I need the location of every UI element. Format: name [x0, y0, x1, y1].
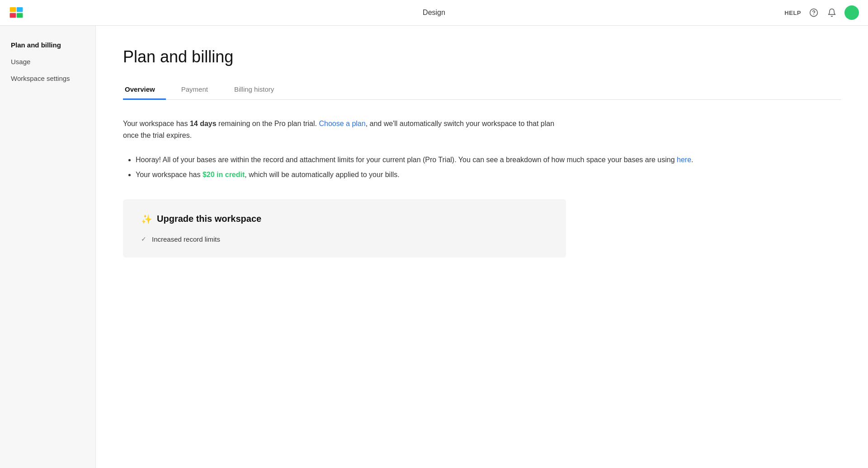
trial-info-text: Your workspace has 14 days remaining on … — [123, 118, 566, 141]
tab-payment[interactable]: Payment — [179, 81, 219, 100]
bullet-2-prefix: Your workspace has — [136, 171, 203, 178]
bullet-credit: Your workspace has $20 in credit, which … — [136, 168, 841, 181]
info-middle: remaining on the Pro plan trial. — [217, 120, 319, 127]
upgrade-title-text: Upgrade this workspace — [157, 214, 261, 224]
sparkle-icon: ✨ — [141, 214, 152, 225]
airtable-logo-icon — [9, 5, 24, 20]
sidebar-item-plan-billing[interactable]: Plan and billing — [0, 37, 95, 53]
days-remaining: 14 days — [190, 120, 217, 127]
feature-list: Hooray! All of your bases are within the… — [123, 154, 841, 181]
main-layout: Plan and billing Usage Workspace setting… — [0, 26, 868, 468]
upgrade-box: ✨ Upgrade this workspace ✓ Increased rec… — [123, 199, 566, 257]
svg-rect-3 — [17, 13, 23, 18]
nav-right: HELP — [784, 5, 859, 20]
logo[interactable]: Airtable — [9, 5, 24, 20]
here-link[interactable]: here — [677, 156, 691, 164]
svg-rect-2 — [10, 13, 16, 18]
top-nav: Airtable Design HELP — [0, 0, 868, 26]
upgrade-title: ✨ Upgrade this workspace — [141, 214, 548, 225]
tabs: Overview Payment Billing history — [123, 81, 841, 100]
bullet-1-suffix: . — [691, 156, 693, 164]
content-area: Plan and billing Overview Payment Billin… — [96, 26, 868, 468]
bullet-1-text: Hooray! All of your bases are within the… — [136, 156, 677, 164]
tab-overview[interactable]: Overview — [123, 81, 166, 100]
svg-rect-1 — [17, 7, 23, 12]
sidebar-item-usage[interactable]: Usage — [0, 53, 95, 70]
credit-link[interactable]: $20 in credit — [203, 171, 245, 178]
bullet-bases: Hooray! All of your bases are within the… — [136, 154, 841, 166]
info-prefix: Your workspace has — [123, 120, 190, 127]
feature-label: Increased record limits — [152, 235, 220, 243]
checkmark-icon: ✓ — [141, 235, 146, 243]
sidebar: Plan and billing Usage Workspace setting… — [0, 26, 96, 468]
choose-plan-link[interactable]: Choose a plan — [319, 120, 365, 127]
notifications-icon[interactable] — [826, 7, 837, 18]
bullet-2-suffix: , which will be automatically applied to… — [245, 171, 399, 178]
avatar[interactable] — [844, 5, 859, 20]
svg-rect-0 — [10, 7, 16, 12]
sidebar-item-workspace-settings[interactable]: Workspace settings — [0, 70, 95, 87]
help-icon[interactable] — [808, 7, 819, 18]
workspace-title: Design — [423, 9, 445, 17]
upgrade-feature-records: ✓ Increased record limits — [141, 235, 548, 243]
page-title: Plan and billing — [123, 47, 841, 66]
tab-billing-history[interactable]: Billing history — [232, 81, 285, 100]
help-label: HELP — [784, 9, 801, 16]
